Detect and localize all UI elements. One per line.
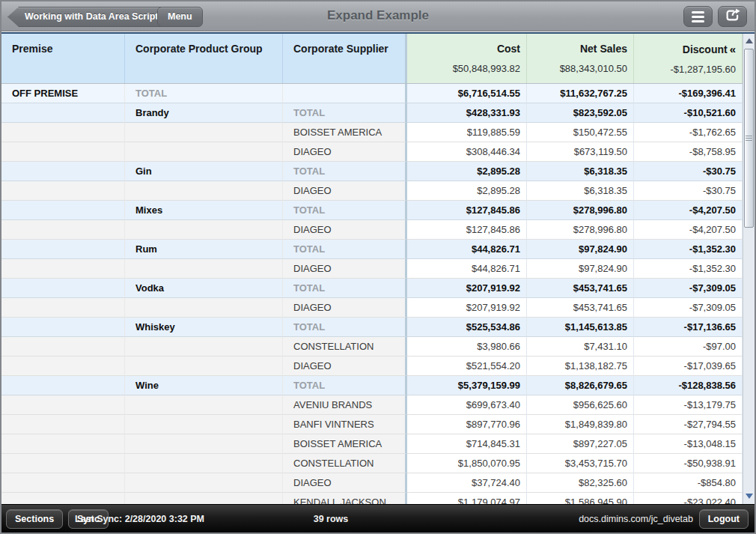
bottom-status-bar: Sections Sync Last Sync: 2/28/2020 3:32 … xyxy=(1,504,755,533)
net-sales-cell: $453,741.65 xyxy=(527,279,634,298)
logout-button[interactable]: Logout xyxy=(699,509,749,529)
supplier-cell: CONSTELLATION xyxy=(283,337,407,356)
premise-cell xyxy=(1,318,125,337)
column-header-premise[interactable]: Premise xyxy=(1,34,125,83)
table-row[interactable]: CONSTELLATION$1,850,070.95$3,453,715.70-… xyxy=(1,454,743,473)
column-header-net-sales[interactable]: Net Sales $88,343,010.50 xyxy=(527,34,634,83)
premise-cell xyxy=(1,240,125,259)
supplier-cell: DIAGEO xyxy=(283,473,407,493)
data-table: Premise Corporate Product Group Corporat… xyxy=(1,32,755,504)
column-label: Premise xyxy=(12,43,52,55)
cost-cell: $3,980.66 xyxy=(407,337,527,356)
discount-cell: -$169,396.41 xyxy=(634,84,743,103)
table-row[interactable]: DIAGEO$37,724.40$82,325.60-$854.80 xyxy=(1,473,743,493)
supplier-cell: TOTAL xyxy=(283,240,407,259)
net-sales-cell: $823,592.05 xyxy=(527,103,634,123)
table-row[interactable]: AVENIU BRANDS$699,673.40$956,625.60-$13,… xyxy=(1,395,743,415)
table-row[interactable]: OFF PREMISETOTAL$6,716,514.55$11,632,767… xyxy=(1,84,743,103)
net-sales-cell: $97,824.90 xyxy=(527,240,634,259)
table-row[interactable]: BANFI VINTNERS$897,770.96$1,849,839.80-$… xyxy=(1,415,743,434)
table-row[interactable]: MixesTOTAL$127,845.86$278,996.80-$4,207.… xyxy=(1,201,743,220)
table-row[interactable]: BrandyTOTAL$428,331.93$823,592.05-$10,52… xyxy=(1,103,743,123)
server-address: docs.dimins.com/jc_divetab xyxy=(579,514,693,524)
table-row[interactable]: BOISSET AMERICA$714,845.31$897,227.05-$1… xyxy=(1,434,743,454)
column-label: Cost xyxy=(407,43,520,55)
cost-cell: $44,826.71 xyxy=(407,259,527,279)
discount-cell: -$7,309.05 xyxy=(634,298,743,318)
premise-cell xyxy=(1,259,125,279)
table-row[interactable]: DIAGEO$127,845.86$278,996.80-$4,207.50 xyxy=(1,220,743,240)
table-row[interactable]: VodkaTOTAL$207,919.92$453,741.65-$7,309.… xyxy=(1,279,743,298)
net-sales-cell: $278,996.80 xyxy=(527,201,634,220)
table-row[interactable]: WineTOTAL$5,379,159.99$8,826,679.65-$128… xyxy=(1,376,743,395)
supplier-cell: KENDALL JACKSON xyxy=(283,493,407,504)
app-window: Working with Data Area Scripts Menu Expa… xyxy=(0,0,756,534)
column-label-text: Discount xyxy=(683,43,728,55)
scrollbar-thumb[interactable] xyxy=(744,49,754,228)
table-row[interactable]: DIAGEO$308,446.34$673,119.50-$8,758.95 xyxy=(1,142,743,162)
collapse-columns-icon[interactable]: « xyxy=(730,43,736,55)
table-header: Premise Corporate Product Group Corporat… xyxy=(1,34,755,83)
net-sales-cell: $150,472.55 xyxy=(527,123,634,142)
product-group-cell xyxy=(125,473,283,493)
net-sales-cell: $278,996.80 xyxy=(527,220,634,240)
premise-cell xyxy=(1,454,125,473)
net-sales-cell: $453,741.65 xyxy=(527,298,634,318)
column-label: Net Sales xyxy=(527,43,627,55)
column-header-discount[interactable]: Discount« -$1,287,195.60 xyxy=(634,34,743,83)
table-row[interactable]: DIAGEO$207,919.92$453,741.65-$7,309.05 xyxy=(1,298,743,318)
discount-cell: -$30.75 xyxy=(634,181,743,201)
cost-cell: $2,895.28 xyxy=(407,162,527,181)
supplier-cell xyxy=(283,84,407,103)
grand-total-cost: $50,848,993.82 xyxy=(407,63,520,74)
column-header-cost[interactable]: Cost $50,848,993.82 xyxy=(407,34,527,83)
cost-cell: $428,331.93 xyxy=(407,103,527,123)
cost-cell: $308,446.34 xyxy=(407,142,527,162)
net-sales-cell: $956,625.60 xyxy=(527,395,634,415)
cost-cell: $521,554.20 xyxy=(407,356,527,376)
cost-cell: $6,716,514.55 xyxy=(407,84,527,103)
product-group-cell xyxy=(125,142,283,162)
vertical-scrollbar[interactable] xyxy=(743,34,755,504)
share-button[interactable] xyxy=(718,6,747,27)
net-sales-cell: $97,824.90 xyxy=(527,259,634,279)
premise-cell xyxy=(1,142,125,162)
cost-cell: $5,379,159.99 xyxy=(407,376,527,395)
premise-cell xyxy=(1,493,125,504)
discount-cell: -$1,762.65 xyxy=(634,123,743,142)
product-group-cell xyxy=(125,181,283,201)
grand-total-discount: -$1,287,195.60 xyxy=(634,64,736,75)
net-sales-cell: $8,826,679.65 xyxy=(527,376,634,395)
scroll-down-button[interactable] xyxy=(743,490,755,503)
table-row[interactable]: DIAGEO$521,554.20$1,138,182.75-$17,039.6… xyxy=(1,356,743,376)
product-group-cell xyxy=(125,298,283,318)
cost-cell: $897,770.96 xyxy=(407,415,527,434)
premise-cell xyxy=(1,337,125,356)
table-row[interactable]: BOISSET AMERICA$119,885.59$150,472.55-$1… xyxy=(1,123,743,142)
table-row[interactable]: DIAGEO$44,826.71$97,824.90-$1,352.30 xyxy=(1,259,743,279)
premise-cell: OFF PREMISE xyxy=(1,84,125,103)
product-group-cell xyxy=(125,493,283,504)
product-group-cell xyxy=(125,337,283,356)
column-header-supplier[interactable]: Corporate Supplier xyxy=(283,34,407,83)
product-group-cell: Whiskey xyxy=(125,318,283,337)
top-navigation-bar: Working with Data Area Scripts Menu Expa… xyxy=(1,1,755,31)
table-row[interactable]: RumTOTAL$44,826.71$97,824.90-$1,352.30 xyxy=(1,240,743,259)
table-row[interactable]: WhiskeyTOTAL$525,534.86$1,145,613.85-$17… xyxy=(1,318,743,337)
discount-cell: -$10,521.60 xyxy=(634,103,743,123)
list-menu-button[interactable] xyxy=(683,6,713,27)
premise-cell xyxy=(1,298,125,318)
product-group-cell xyxy=(125,395,283,415)
cost-cell: $699,673.40 xyxy=(407,395,527,415)
scroll-up-button[interactable] xyxy=(743,34,755,47)
discount-cell: -$854.80 xyxy=(634,473,743,493)
premise-cell xyxy=(1,220,125,240)
column-header-product-group[interactable]: Corporate Product Group xyxy=(125,34,283,83)
supplier-cell: TOTAL xyxy=(283,376,407,395)
table-row[interactable]: CONSTELLATION$3,980.66$7,431.10-$97.00 xyxy=(1,337,743,356)
net-sales-cell: $82,325.60 xyxy=(527,473,634,493)
table-row[interactable]: DIAGEO$2,895.28$6,318.35-$30.75 xyxy=(1,181,743,201)
table-row[interactable]: KENDALL JACKSON$1,179,074.97$1,586,945.9… xyxy=(1,493,743,504)
table-row[interactable]: GinTOTAL$2,895.28$6,318.35-$30.75 xyxy=(1,162,743,181)
cost-cell: $127,845.86 xyxy=(407,201,527,220)
